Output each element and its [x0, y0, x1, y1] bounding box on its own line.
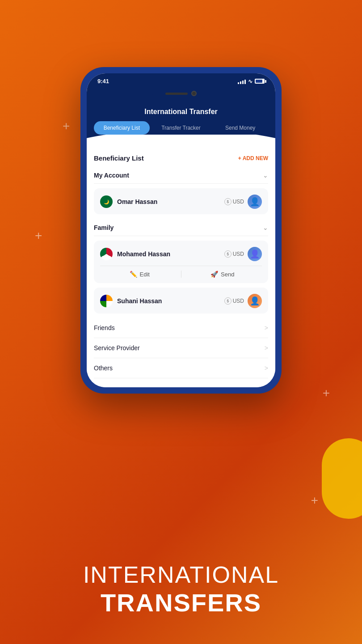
bottom-line1: INTERNATIONAL: [83, 561, 279, 588]
service-provider-section[interactable]: Service Provider >: [94, 338, 268, 358]
mohamed-avatar: [248, 247, 262, 261]
time-display: 9:41: [97, 78, 109, 85]
omar-avatar: [248, 195, 262, 209]
edit-button[interactable]: ✏️ Edit: [100, 271, 179, 278]
notch: [152, 87, 210, 100]
app-header: International Transfer: [87, 103, 275, 116]
plus-decoration-4: +: [311, 494, 318, 507]
friends-label: Friends: [94, 324, 115, 331]
others-section[interactable]: Others >: [94, 358, 268, 378]
others-label: Others: [94, 364, 113, 372]
my-account-chevron: ⌄: [263, 172, 268, 179]
phone-screen: 9:41 ∿ Internatio: [87, 73, 275, 387]
edit-icon: ✏️: [130, 271, 137, 278]
bottom-text: INTERNATIONAL TRANSFERS: [83, 561, 279, 617]
omar-left: 🌙 Omar Hassan: [100, 195, 157, 208]
main-content: Beneficiary List + ADD NEW My Account ⌄ …: [87, 148, 275, 387]
plus-decoration-1: +: [63, 120, 70, 132]
others-chevron: >: [265, 364, 268, 372]
notch-area: [87, 87, 275, 103]
camera: [191, 91, 197, 96]
status-icons: ∿: [238, 78, 265, 85]
tabs-container: Beneficiary List Transfer Tracker Send M…: [87, 116, 275, 135]
page-header-row: Beneficiary List + ADD NEW: [94, 148, 268, 166]
mohamed-left: Mohamed Hassan: [100, 248, 170, 260]
mohamed-hassan-card[interactable]: Mohamed Hassan $ USD ✏️ Edit: [94, 241, 268, 283]
service-provider-chevron: >: [265, 344, 268, 352]
friends-section[interactable]: Friends >: [94, 318, 268, 338]
suhani-name: Suhani Hassan: [117, 297, 162, 305]
send-icon: 🚀: [210, 271, 218, 278]
suhani-row: Suhani Hassan $ USD: [100, 294, 262, 308]
plus-decoration-3: +: [323, 387, 330, 399]
signal-icon: [238, 79, 246, 84]
decorative-blob: [322, 438, 362, 519]
my-account-category[interactable]: My Account ⌄: [94, 166, 268, 184]
family-label: Family: [94, 224, 114, 231]
suhani-avatar: [248, 294, 262, 308]
service-provider-label: Service Provider: [94, 344, 140, 352]
mohamed-row: Mohamed Hassan $ USD: [100, 247, 262, 261]
mohamed-name: Mohamed Hassan: [117, 250, 170, 258]
bottom-line2: TRANSFERS: [83, 588, 279, 617]
tab-send-money[interactable]: Send Money: [212, 121, 268, 135]
suhani-usd: $ USD: [224, 297, 244, 305]
suhani-hassan-card[interactable]: Suhani Hassan $ USD: [94, 288, 268, 314]
phone-mockup: 9:41 ∿ Internatio: [80, 67, 282, 394]
plus-decoration-2: +: [35, 229, 42, 242]
mohamed-usd: $ USD: [224, 250, 244, 258]
omar-hassan-row: 🌙 Omar Hassan $ USD: [100, 195, 262, 209]
my-account-label: My Account: [94, 172, 129, 179]
status-bar: 9:41 ∿: [87, 73, 275, 87]
omar-flag: 🌙: [100, 195, 113, 208]
mohamed-right: $ USD: [224, 247, 262, 261]
suhani-flag: [100, 295, 113, 307]
wave-separator: [87, 135, 275, 148]
wifi-icon: ∿: [248, 78, 253, 85]
suhani-left: Suhani Hassan: [100, 295, 162, 307]
card-actions: ✏️ Edit 🚀 Send: [100, 266, 262, 278]
tab-transfer-tracker[interactable]: Transfer Tracker: [153, 121, 209, 135]
battery-icon: [255, 79, 265, 84]
friends-chevron: >: [265, 324, 268, 331]
family-chevron: ⌄: [263, 224, 268, 231]
tab-beneficiary-list[interactable]: Beneficiary List: [94, 121, 150, 135]
omar-usd: $ USD: [224, 198, 244, 205]
send-button[interactable]: 🚀 Send: [183, 271, 262, 278]
speaker: [165, 93, 188, 95]
add-new-button[interactable]: + ADD NEW: [238, 155, 268, 161]
omar-right: $ USD: [224, 195, 262, 209]
omar-hassan-card[interactable]: 🌙 Omar Hassan $ USD: [94, 188, 268, 214]
app-title: International Transfer: [144, 108, 218, 115]
omar-name: Omar Hassan: [117, 198, 157, 205]
page-title: Beneficiary List: [94, 154, 144, 162]
action-divider: [181, 271, 181, 278]
suhani-right: $ USD: [224, 294, 262, 308]
usd-circle: $: [224, 198, 232, 205]
mohamed-flag: [100, 248, 113, 260]
family-category[interactable]: Family ⌄: [94, 219, 268, 236]
